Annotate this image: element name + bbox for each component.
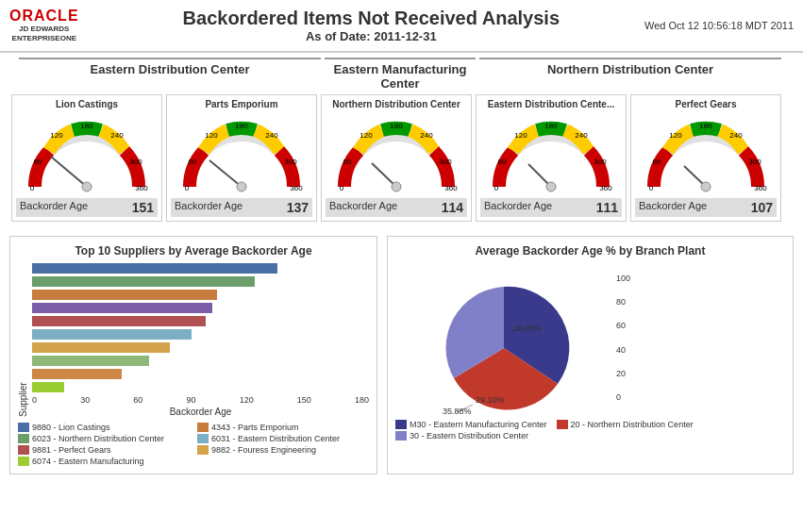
bar-fill: [32, 356, 149, 366]
bar-fill: [32, 329, 192, 340]
pie-legend-color-m30: [395, 420, 407, 429]
bar-x-label: Backorder Age: [32, 407, 369, 417]
svg-point-8: [82, 182, 92, 191]
bar-row: [32, 316, 369, 326]
oracle-logo: ORACLE JD EDWARDSENTERPRISEONE: [9, 8, 79, 42]
bar-legend-color: [18, 423, 29, 432]
gauge-parts-emporium: Parts Emporium 0 60 120 180 240 300 360: [166, 94, 317, 222]
gauge-dial-3: 0 60 120 180 240 300 360: [330, 111, 462, 196]
svg-line-7: [51, 157, 87, 187]
bar-legend-label: 4343 - Parts Emporium: [211, 423, 299, 432]
bar-legend-color: [197, 434, 209, 443]
bar-legend-item: 9881 - Perfect Gears: [18, 445, 188, 455]
group-header-northern-dist: Northern Distribution Center: [479, 58, 781, 91]
svg-text:300: 300: [284, 158, 297, 166]
page-subtitle: As of Date: 2011-12-31: [98, 29, 644, 43]
bar-chart-title: Top 10 Suppliers by Average Backorder Ag…: [18, 244, 369, 258]
svg-text:240: 240: [110, 131, 124, 140]
gauge-perfect-gears: Perfect Gears 0 60 120 180 240 300 360: [630, 94, 781, 222]
oracle-text: ORACLE: [9, 8, 79, 25]
jde-text: JD EDWARDSENTERPRISEONE: [12, 25, 76, 42]
svg-text:60: 60: [653, 158, 661, 166]
bar-rows: [32, 263, 369, 392]
svg-text:300: 300: [594, 158, 607, 166]
bar-legend-color: [18, 457, 29, 466]
svg-text:300: 300: [748, 158, 761, 166]
bar-legend-label: 6031 - Eastern Distribution Center: [211, 434, 340, 443]
gauge-dial-5: 0 60 120 180 240 300 360: [640, 111, 772, 196]
bar-row: [32, 369, 369, 379]
gauge-footer-5: Backorder Age 107: [635, 198, 777, 217]
bar-chart-inner: 0 30 60 90 120 150 180 Backorder Age: [32, 263, 369, 417]
bar-legend-label: 9882 - Fouress Engineering: [211, 445, 316, 455]
svg-point-17: [237, 182, 246, 191]
bar-row: [32, 382, 369, 392]
svg-text:120: 120: [205, 131, 218, 140]
header-title: Backordered Items Not Received Analysis …: [98, 8, 644, 43]
bar-fill: [32, 382, 64, 392]
gauge-dial-1: 0 60 120 180 240 300 360: [21, 111, 153, 196]
pie-legend-label-20: 20 - Northern Distribution Center: [571, 420, 694, 429]
gauge-footer-2: Backorder Age 137: [171, 198, 312, 217]
charts-row: Top 10 Suppliers by Average Backorder Ag…: [0, 228, 803, 482]
bar-legend-item: 9880 - Lion Castings: [18, 423, 188, 432]
svg-text:180: 180: [80, 122, 93, 130]
pie-legend-30: 30 - Eastern Distribution Center: [395, 431, 528, 441]
svg-text:300: 300: [439, 158, 452, 166]
gauge-northern-dist: Northern Distribution Center 0 60 120 18…: [321, 94, 472, 222]
svg-text:60: 60: [343, 158, 352, 166]
svg-text:0: 0: [185, 184, 190, 192]
gauge-value-1: 151: [132, 200, 154, 215]
svg-text:0: 0: [340, 184, 344, 192]
svg-text:240: 240: [575, 131, 588, 140]
bar-fill: [32, 342, 170, 353]
gauge-value-3: 114: [442, 200, 463, 215]
svg-text:240: 240: [420, 131, 433, 140]
svg-text:120: 120: [669, 131, 682, 140]
gauge-label-1: Backorder Age: [20, 200, 88, 215]
svg-text:60: 60: [34, 158, 42, 166]
bar-legend-color: [197, 445, 209, 455]
gauge-value-4: 111: [596, 200, 618, 215]
bar-legend-item: 4343 - Parts Emporium: [197, 423, 367, 432]
gauge-label-3: Backorder Age: [329, 200, 397, 215]
bar-chart-area: Supplier 0 30 60 90 120 150 180 Backorde…: [18, 263, 369, 417]
bar-fill: [32, 303, 212, 313]
bar-legend-item: 6074 - Eastern Manufacturing: [18, 457, 188, 466]
bar-legend-label: 9880 - Lion Castings: [32, 423, 110, 432]
gauge-eastern-dist: Eastern Distribution Cente... 0 60 120 1…: [476, 94, 627, 222]
gauge-dial-4: 0 60 120 180 240 300 360: [485, 111, 617, 196]
bar-row: [32, 342, 369, 353]
svg-text:29.10%: 29.10%: [476, 395, 505, 405]
svg-text:300: 300: [129, 158, 142, 166]
svg-point-44: [701, 182, 711, 191]
svg-text:35.03%: 35.03%: [513, 324, 543, 333]
bar-fill: [32, 290, 217, 300]
svg-line-16: [209, 160, 242, 187]
svg-text:0: 0: [494, 184, 499, 192]
bar-fill: [32, 316, 206, 326]
svg-text:360: 360: [290, 184, 303, 192]
bar-row: [32, 276, 369, 287]
pie-legend-20: 20 - Northern Distribution Center: [557, 420, 694, 429]
page-title: Backordered Items Not Received Analysis: [98, 8, 644, 29]
pie-legend-label-30: 30 - Eastern Distribution Center: [410, 431, 528, 441]
bar-row: [32, 303, 369, 313]
gauge-title-1: Lion Castings: [16, 99, 158, 109]
svg-text:0: 0: [30, 184, 35, 192]
bar-legend-item: 6023 - Northern Distribution Center: [18, 434, 188, 443]
svg-text:180: 180: [390, 122, 403, 130]
svg-text:180: 180: [699, 122, 712, 130]
bar-legend-color: [197, 423, 209, 432]
bar-legend-label: 6074 - Eastern Manufacturing: [32, 457, 144, 466]
gauges-section: Eastern Distribution Center Eastern Manu…: [0, 53, 803, 228]
gauge-label-4: Backorder Age: [484, 200, 552, 215]
pie-chart-box: Average Backorder Age % by Branch Plant …: [387, 236, 794, 474]
svg-text:360: 360: [754, 184, 767, 192]
bar-chart-legend: 9880 - Lion Castings4343 - Parts Emporiu…: [18, 423, 369, 466]
svg-point-26: [392, 182, 401, 191]
bar-legend-color: [18, 445, 29, 455]
header: ORACLE JD EDWARDSENTERPRISEONE Backorder…: [0, 0, 803, 53]
bar-x-axis: 0 30 60 90 120 150 180: [32, 395, 369, 405]
gauge-title-3: Northern Distribution Center: [326, 99, 467, 109]
